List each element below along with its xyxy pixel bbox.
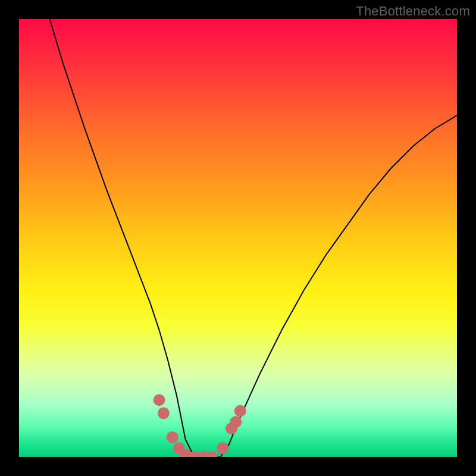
- data-marker: [230, 416, 242, 428]
- data-marker: [217, 442, 228, 454]
- bottleneck-curve: [50, 19, 457, 457]
- data-marker: [154, 394, 165, 406]
- data-markers: [154, 394, 246, 457]
- data-marker: [158, 407, 170, 419]
- chart-svg: [19, 19, 457, 457]
- data-marker: [234, 405, 246, 417]
- data-marker: [167, 431, 178, 443]
- chart-frame: TheBottleneck.com: [0, 0, 476, 476]
- watermark-text: TheBottleneck.com: [356, 4, 470, 19]
- plot-area: [19, 19, 457, 457]
- data-marker: [206, 451, 218, 457]
